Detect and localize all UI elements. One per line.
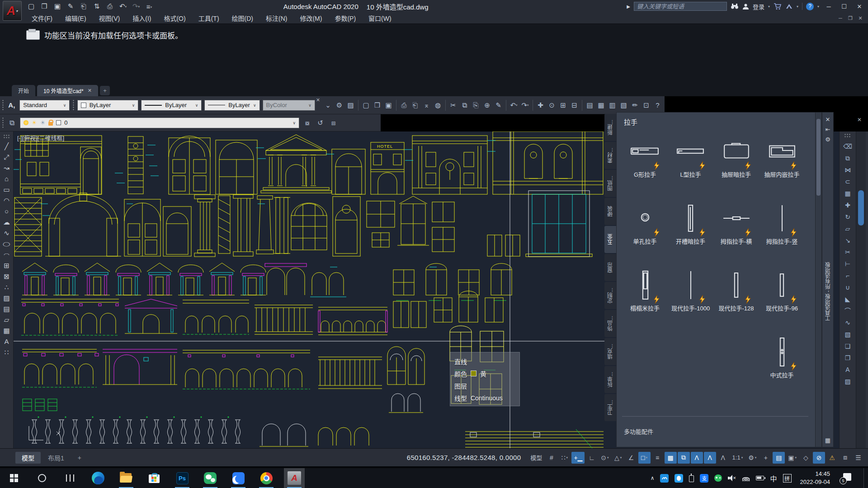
transparency-toggle[interactable]: ▩ xyxy=(665,452,677,464)
palette-tab-1[interactable]: 素材... xyxy=(604,142,616,169)
language-indicator[interactable]: 中 xyxy=(770,474,777,483)
annotation-scale-flag-toggle[interactable]: Λ xyxy=(717,452,729,464)
layer-states-icon[interactable]: ⧈ xyxy=(328,117,339,128)
graphics-performance-toggle[interactable]: ▣▾ xyxy=(786,452,799,464)
copy-icon[interactable]: ⧉ xyxy=(459,100,470,111)
redo-icon[interactable]: ↷▾ xyxy=(520,100,530,111)
menu-item-8[interactable]: 修改(M) xyxy=(293,13,328,23)
palette-tab-5[interactable]: 窗帘 xyxy=(604,254,616,281)
menu-item-4[interactable]: 格式(O) xyxy=(157,13,192,23)
thunder-icon[interactable] xyxy=(660,474,669,483)
taskbar-task-view[interactable] xyxy=(60,468,80,488)
open-from-web-icon[interactable]: ⎗ xyxy=(79,2,89,10)
lineweight-toggle[interactable]: ≡ xyxy=(651,452,664,464)
menu-item-10[interactable]: 窗口(W) xyxy=(362,13,398,23)
palette-scrollbar[interactable] xyxy=(816,112,822,447)
tab-document[interactable]: 10 外墙造型cad*✕ xyxy=(37,85,98,96)
copy-base-icon[interactable]: ⊕ xyxy=(482,100,492,111)
undo-icon[interactable]: ↶▾ xyxy=(118,2,128,10)
point-icon[interactable]: ∴ xyxy=(5,284,9,291)
isometric-drafting-toggle[interactable]: △▾ xyxy=(612,452,624,464)
line-icon[interactable]: ╱ xyxy=(5,143,9,150)
palette-item[interactable]: 拇指拉手-横 xyxy=(713,198,759,265)
palette-tab-2[interactable]: 图纸... xyxy=(604,170,616,197)
break-icon[interactable]: ⌐ xyxy=(846,272,849,279)
style-combobox[interactable]: Standard∨ xyxy=(19,100,70,111)
app-store-cart-icon[interactable] xyxy=(774,3,782,10)
new-icon[interactable]: ▢ xyxy=(26,2,36,10)
graphics-warning-toggle[interactable]: ⚠ xyxy=(826,452,838,464)
plot-preview-icon[interactable]: ⎗ xyxy=(410,100,420,111)
qq-icon[interactable] xyxy=(675,474,683,483)
multiline-text-icon[interactable]: A xyxy=(4,338,9,345)
taskbar-chrome[interactable] xyxy=(256,468,277,488)
point-style-icon[interactable]: ∷ xyxy=(5,349,9,356)
menu-chevron-icon[interactable]: ⌄ xyxy=(323,100,333,111)
login-dropdown-icon[interactable]: ▾ xyxy=(768,5,770,9)
move-icon[interactable]: ✚ xyxy=(845,202,850,208)
construction-line-icon[interactable]: ⤢ xyxy=(4,154,9,160)
help-icon[interactable]: ? xyxy=(652,100,663,111)
tool-palettes-icon[interactable]: ▥ xyxy=(607,100,618,111)
selection-cycling-toggle[interactable]: ⧉ xyxy=(678,452,690,464)
help-icon[interactable]: ? xyxy=(806,3,814,10)
layer-combobox[interactable]: ☀ ☀ 0∨ xyxy=(20,117,299,128)
snap-toggle[interactable]: ∷▾ xyxy=(558,452,571,464)
show-desktop-button[interactable] xyxy=(863,468,865,488)
insert-block-icon[interactable]: ⊞ xyxy=(4,262,9,269)
palette-close-icon[interactable]: ✕ xyxy=(826,114,830,124)
object-snap-tracking-toggle[interactable]: ∠ xyxy=(625,452,637,464)
palette-tab-8[interactable]: 填充... xyxy=(604,338,616,365)
polar-tracking-toggle[interactable]: ⊙▾ xyxy=(599,452,611,464)
doc-minimize-icon[interactable]: ─ xyxy=(836,14,844,22)
palette-item[interactable]: 开槽暗拉手 xyxy=(668,198,713,265)
ellipse-icon[interactable]: ◯ xyxy=(3,240,10,247)
3d-box-icon[interactable]: ▧ xyxy=(844,331,850,338)
plot-icon[interactable]: ⎙ xyxy=(399,100,409,111)
palette-grid-icon[interactable]: ▦ xyxy=(825,435,830,445)
annotation-visibility-toggle[interactable]: Λ xyxy=(691,452,703,464)
toolbar-menu-icon[interactable]: ≡▾ xyxy=(144,3,154,10)
save-as-icon[interactable]: ✎ xyxy=(66,2,75,10)
palette-item[interactable]: 抽屉暗拉手 xyxy=(713,131,759,198)
fullscreen-toggle[interactable]: ⧈ xyxy=(839,452,851,464)
mirror-icon[interactable]: ⋈ xyxy=(844,167,851,173)
zoom-icon[interactable]: ⊙ xyxy=(547,100,557,111)
make-layer-current-icon[interactable]: ⧇ xyxy=(302,117,312,128)
palette-autohide-icon[interactable]: ⇤ xyxy=(826,124,830,134)
text-to-front-icon[interactable]: A xyxy=(845,366,849,373)
taskbar-file-explorer[interactable] xyxy=(116,468,137,488)
layer-properties-icon[interactable]: ⧉ xyxy=(7,117,17,128)
model-tab[interactable]: 模型 xyxy=(15,452,41,464)
open-icon[interactable]: ❒ xyxy=(39,2,49,10)
expand-arrow-icon[interactable]: ▶ xyxy=(627,4,630,9)
wechat-tray-icon[interactable] xyxy=(714,474,722,482)
ortho-toggle[interactable]: ∟ xyxy=(585,452,598,464)
alipay-icon[interactable]: 支 xyxy=(700,474,708,483)
polygon-icon[interactable]: ⌂ xyxy=(5,175,9,182)
polyline-icon[interactable]: ↝ xyxy=(4,164,9,171)
ellipse-arc-icon[interactable]: ◠ xyxy=(4,251,9,258)
object-snap-toggle[interactable]: □▾ xyxy=(638,452,651,464)
lineweight-combobox[interactable]: ByLayer∨ xyxy=(204,100,259,111)
scale-icon[interactable]: ▱ xyxy=(845,225,850,232)
hatch-icon[interactable]: ▨ xyxy=(3,295,9,301)
profile-icon[interactable] xyxy=(742,3,749,10)
trim-icon[interactable]: ✂ xyxy=(845,249,850,255)
viewport-label[interactable]: [-][俯视][二维线框] xyxy=(17,133,64,142)
palette-tab-3[interactable]: 硬装 xyxy=(604,198,616,225)
palette-scrollbar-thumb[interactable] xyxy=(816,119,821,196)
autocad-logo[interactable]: A▾ xyxy=(3,1,22,21)
palette-tab-10[interactable]: 卫生... xyxy=(604,394,616,421)
palette-item[interactable]: 中式拉手 xyxy=(759,332,805,399)
workspace-gear-toggle[interactable]: ⚙▾ xyxy=(746,452,759,464)
properties-icon[interactable]: ▤ xyxy=(585,100,595,111)
spline-icon[interactable]: ∿ xyxy=(4,230,9,236)
blend-curves-icon[interactable]: ∿ xyxy=(845,319,850,326)
create-block-icon[interactable]: ⊠ xyxy=(4,273,9,280)
palette-tab-0[interactable]: 新建... xyxy=(604,114,616,141)
open-icon[interactable]: ❒ xyxy=(372,100,382,111)
save-icon[interactable]: ▣ xyxy=(383,100,394,111)
toolbar-close-icon[interactable]: ✕ xyxy=(316,97,320,103)
table-icon[interactable]: ▦ xyxy=(3,327,9,334)
